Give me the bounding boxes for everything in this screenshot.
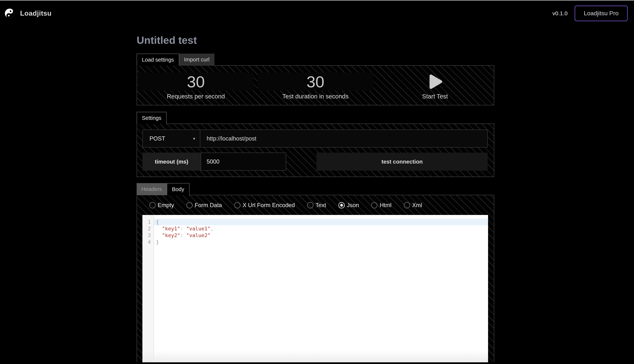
timeout-label: timeout (ms) (142, 152, 201, 171)
code-token: } (156, 239, 159, 245)
test-duration-value: 30 (306, 74, 324, 90)
radio-form-data[interactable]: Form Data (186, 202, 222, 208)
radio-label: Text (316, 202, 326, 208)
code-token: "value2" (186, 232, 210, 238)
load-tabs: Load settings Import curl (137, 54, 494, 66)
radio-empty[interactable]: Empty (149, 202, 174, 208)
code-token: "value1" (186, 226, 210, 232)
tab-headers[interactable]: Headers (137, 183, 167, 195)
radio-icon (371, 202, 378, 208)
navbar: Loadjitsu v0.1.0 Loadjitsu Pro (0, 1, 634, 26)
start-test-label: Start Test (422, 93, 448, 100)
radio-label: Json (347, 202, 359, 208)
start-test: Start Test (377, 66, 493, 105)
requests-per-second-value: 30 (187, 74, 205, 90)
radio-label: Form Data (195, 202, 222, 208)
radio-label: X Url Form Encoded (242, 202, 295, 208)
code-token: "key1" (162, 226, 180, 232)
timeout-input[interactable] (201, 152, 286, 171)
tab-settings[interactable]: Settings (137, 112, 166, 124)
json-body-editor[interactable]: 1 2 3 4 { "key1": "value1", "key2": "val… (142, 215, 488, 362)
settings-tabs: Settings (137, 112, 494, 124)
code-token (183, 226, 186, 232)
main-content: Untitled test Load settings Import curl … (137, 34, 494, 362)
test-duration-label: Test duration in seconds (282, 93, 349, 100)
radio-x-url-form-encoded[interactable]: X Url Form Encoded (234, 202, 295, 208)
stat-test-duration: 30 Test duration in seconds (258, 66, 373, 105)
radio-html[interactable]: Html (371, 202, 392, 208)
radio-icon (338, 202, 345, 208)
test-connection-button[interactable]: test connection (316, 152, 488, 171)
line-number: 4 (142, 239, 154, 246)
url-input[interactable] (200, 130, 488, 148)
radio-json[interactable]: Json (338, 202, 359, 208)
spacer (286, 152, 316, 171)
radio-label: Html (380, 202, 392, 208)
load-settings-panel: 30 Requests per second 30 Test duration … (137, 65, 494, 105)
radio-xml[interactable]: Xml (404, 202, 422, 208)
navbar-right: v0.1.0 Loadjitsu Pro (552, 6, 628, 21)
http-method-select[interactable]: POST ▾ (142, 130, 200, 148)
code-line: { (154, 219, 488, 225)
test-duration-field[interactable]: 30 (258, 72, 373, 91)
tab-import-curl[interactable]: Import curl (179, 54, 214, 66)
timeout-row: timeout (ms) test connection (142, 152, 488, 171)
stat-requests-per-second: 30 Requests per second (138, 66, 254, 105)
code-line: "key2": "value2" (154, 232, 488, 239)
radio-icon (404, 202, 410, 208)
radio-icon (234, 202, 240, 208)
tab-load-settings[interactable]: Load settings (137, 54, 179, 66)
radio-label: Empty (158, 202, 174, 208)
page-title: Untitled test (137, 34, 494, 46)
code-token (183, 232, 186, 238)
body-panel: Empty Form Data X Url Form Encoded Text … (137, 195, 494, 362)
code-line: } (154, 239, 488, 246)
code-token: : (180, 226, 183, 232)
brand-name: Loadjitsu (20, 10, 52, 17)
settings-panel: POST ▾ timeout (ms) test connection (137, 124, 494, 177)
radio-icon (186, 202, 193, 208)
body-tabs: Headers Body (137, 183, 494, 195)
radio-label: Xml (412, 202, 422, 208)
code-token: , (210, 226, 214, 232)
brand: Loadjitsu (4, 8, 52, 18)
requests-per-second-field[interactable]: 30 (138, 72, 254, 91)
requests-per-second-label: Requests per second (167, 93, 225, 100)
code-token: { (156, 219, 159, 225)
radio-icon (149, 202, 156, 208)
yin-yang-icon (4, 8, 15, 18)
line-number: 3 (142, 232, 154, 239)
play-icon (426, 73, 444, 90)
loadjitsu-pro-button[interactable]: Loadjitsu Pro (574, 6, 628, 21)
editor-gutter: 1 2 3 4 (142, 215, 154, 362)
body-type-radio-group: Empty Form Data X Url Form Encoded Text … (137, 195, 494, 210)
http-method-value: POST (150, 135, 165, 142)
start-test-button[interactable] (377, 72, 493, 91)
tab-body[interactable]: Body (167, 183, 190, 195)
line-number: 2 (142, 225, 154, 232)
chevron-down-icon: ▾ (193, 136, 195, 141)
radio-icon (307, 202, 314, 208)
request-url-row: POST ▾ (142, 130, 488, 148)
version-label: v0.1.0 (552, 10, 568, 16)
code-token: : (180, 232, 183, 238)
line-number: 1 (142, 219, 154, 225)
code-token: "key2" (162, 232, 180, 238)
radio-text[interactable]: Text (307, 202, 326, 208)
code-token (156, 226, 162, 232)
code-token (156, 232, 162, 238)
code-line: "key1": "value1", (154, 225, 488, 232)
editor-code-area: { "key1": "value1", "key2": "value2" } (154, 215, 488, 362)
